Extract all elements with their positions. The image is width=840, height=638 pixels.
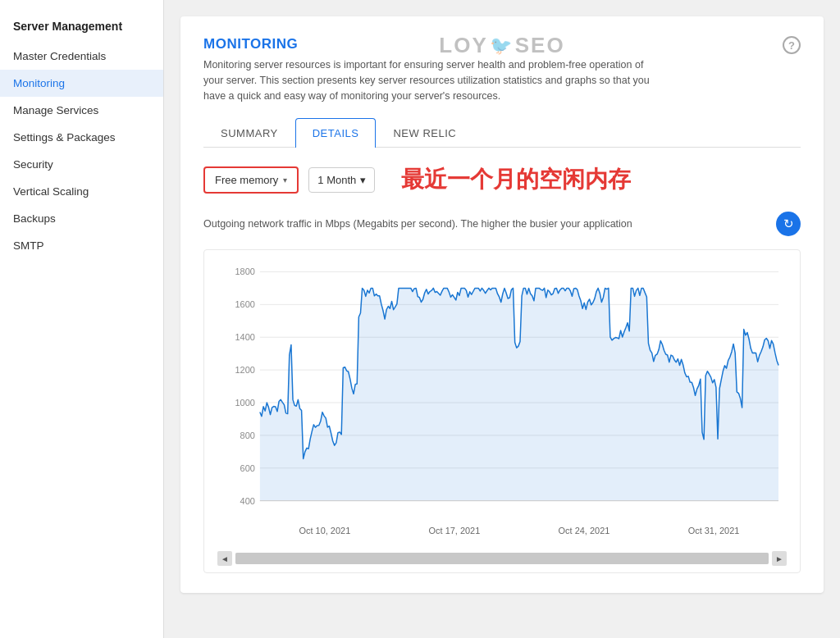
- period-arrow: ▾: [360, 174, 366, 186]
- chart-container: 18001600140012001000800600400Oct 10, 202…: [203, 249, 801, 573]
- sidebar-item-settings-&-packages[interactable]: Settings & Packages: [0, 124, 163, 151]
- metric-label: Free memory: [215, 174, 278, 186]
- sidebar: Server Management Master CredentialsMoni…: [0, 0, 164, 638]
- chinese-annotation: 最近一个月的空闲内存: [401, 164, 631, 195]
- tab-bar: SUMMARYDETAILSNEW RELIC: [203, 118, 801, 148]
- card-header: MONITORING Monitoring server resources i…: [203, 36, 801, 103]
- svg-text:600: 600: [240, 463, 255, 473]
- tab-new-relic[interactable]: NEW RELIC: [376, 118, 473, 148]
- sidebar-item-smtp[interactable]: SMTP: [0, 232, 163, 259]
- sidebar-item-security[interactable]: Security: [0, 151, 163, 178]
- tab-summary[interactable]: SUMMARY: [203, 118, 295, 148]
- monitoring-card: LOY🐦SEO MONITORING Monitoring server res…: [180, 16, 824, 593]
- svg-text:1200: 1200: [235, 365, 254, 375]
- svg-text:1800: 1800: [235, 267, 254, 277]
- page-description: Monitoring server resources is important…: [203, 57, 663, 103]
- sidebar-item-manage-services[interactable]: Manage Services: [0, 97, 163, 124]
- svg-text:Oct 31, 2021: Oct 31, 2021: [688, 526, 740, 535]
- refresh-icon[interactable]: ↻: [776, 212, 801, 236]
- sidebar-item-vertical-scaling[interactable]: Vertical Scaling: [0, 178, 163, 205]
- svg-text:1600: 1600: [235, 300, 254, 310]
- svg-text:Oct 17, 2021: Oct 17, 2021: [429, 526, 481, 535]
- chart-description: Outgoing network traffic in Mbps (Megabi…: [203, 218, 632, 230]
- period-dropdown[interactable]: 1 Month ▾: [308, 167, 375, 193]
- svg-text:Oct 24, 2021: Oct 24, 2021: [559, 526, 610, 535]
- svg-text:400: 400: [240, 496, 255, 506]
- svg-text:1400: 1400: [235, 332, 254, 342]
- scroll-left-button[interactable]: ◄: [217, 551, 232, 566]
- svg-text:1000: 1000: [235, 398, 254, 408]
- chart-svg: 18001600140012001000800600400Oct 10, 202…: [217, 263, 787, 542]
- controls-row: Free memory ▾ 1 Month ▾ 最近一个月的空闲内存: [203, 164, 801, 195]
- metric-arrow: ▾: [283, 175, 287, 185]
- scroll-right-button[interactable]: ►: [772, 551, 787, 566]
- main-content: LOY🐦SEO MONITORING Monitoring server res…: [164, 0, 840, 638]
- sidebar-item-monitoring[interactable]: Monitoring: [0, 70, 163, 97]
- card-title-section: MONITORING Monitoring server resources i…: [203, 36, 773, 103]
- help-icon[interactable]: ?: [783, 36, 801, 54]
- period-label: 1 Month: [317, 174, 356, 186]
- scroll-track[interactable]: [235, 553, 769, 564]
- svg-text:800: 800: [240, 431, 255, 440]
- sidebar-item-backups[interactable]: Backups: [0, 205, 163, 232]
- metric-dropdown[interactable]: Free memory ▾: [203, 166, 299, 194]
- sidebar-item-master-credentials[interactable]: Master Credentials: [0, 43, 163, 70]
- chart-description-row: Outgoing network traffic in Mbps (Megabi…: [203, 212, 801, 236]
- chart-scrollbar: ◄ ►: [217, 551, 787, 566]
- sidebar-title: Server Management: [0, 13, 163, 43]
- page-title: MONITORING: [203, 36, 773, 52]
- svg-text:Oct 10, 2021: Oct 10, 2021: [299, 526, 351, 535]
- tab-details[interactable]: DETAILS: [295, 118, 377, 148]
- scroll-thumb: [235, 553, 769, 564]
